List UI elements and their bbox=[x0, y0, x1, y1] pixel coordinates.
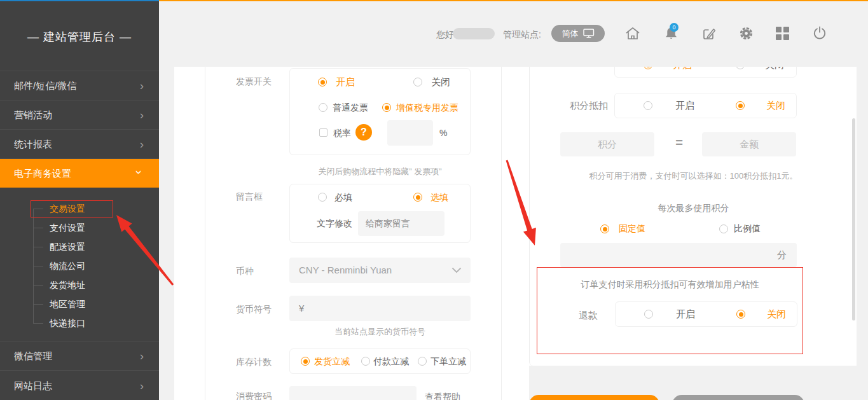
currency-symbol-input[interactable]: ¥ bbox=[289, 296, 471, 321]
coupon-label: 优惠券 bbox=[561, 67, 589, 68]
scrollbar-thumb[interactable] bbox=[852, 118, 855, 321]
fixed-value-radio[interactable] bbox=[600, 224, 609, 233]
ratio-value-radio[interactable] bbox=[719, 224, 728, 233]
points-input[interactable]: 积分 bbox=[560, 132, 654, 156]
cancel-button[interactable] bbox=[672, 395, 804, 400]
invoice-normal-radio[interactable] bbox=[319, 103, 327, 112]
sidebar-item-ecommerce-settings[interactable]: 电子商务设置 › bbox=[0, 158, 159, 188]
edit-icon[interactable] bbox=[702, 27, 716, 41]
amount-input[interactable]: 金额 bbox=[702, 132, 796, 156]
equals-sign: = bbox=[671, 135, 687, 150]
chevron-right-icon: › bbox=[140, 100, 144, 129]
message-optional-option[interactable]: 选填 bbox=[431, 192, 448, 203]
ratio-value-option[interactable]: 比例值 bbox=[734, 223, 761, 235]
power-icon[interactable] bbox=[812, 25, 827, 41]
tax-rate-label: 税率 bbox=[333, 128, 351, 139]
currency-symbol-help: 当前站点显示的货币符号 bbox=[289, 326, 471, 338]
refund-on-option[interactable]: 开启 bbox=[676, 308, 695, 321]
username-redacted bbox=[453, 28, 495, 39]
annotation-box-trade-settings bbox=[31, 200, 113, 217]
sidebar-item-marketing[interactable]: 营销活动 › bbox=[0, 100, 159, 128]
stock-ship-radio[interactable] bbox=[301, 357, 310, 366]
app-window: — 建站管理后台 — 邮件/短信/微信 › 营销活动 › 统计报表 › 电子商务… bbox=[0, 0, 868, 400]
points-deduct-label: 积分抵扣 bbox=[570, 100, 608, 112]
invoice-help-text: 关闭后购物流程中将隐藏” 发票项” bbox=[289, 166, 471, 177]
tax-rate-checkbox[interactable] bbox=[319, 128, 327, 137]
coupon-on-radio[interactable] bbox=[644, 67, 652, 69]
refund-off-radio[interactable] bbox=[736, 310, 745, 319]
refund-group: 开启 关闭 bbox=[615, 301, 797, 327]
deduct-off-option[interactable]: 关闭 bbox=[766, 100, 785, 112]
sidebar-sub-shipping-address[interactable]: 发货地址 bbox=[0, 275, 159, 294]
save-button[interactable] bbox=[529, 395, 659, 400]
view-help-link[interactable]: 查看帮助 bbox=[425, 392, 460, 400]
points-settings-card: 优惠券 开启 关闭 积分抵扣 开启 关闭 积分 = 金额 积分可用于消费，支付时… bbox=[529, 67, 857, 366]
deduct-on-radio[interactable] bbox=[644, 101, 652, 110]
invoice-normal-option[interactable]: 普通发票 bbox=[333, 102, 368, 114]
refund-label: 退款 bbox=[579, 310, 598, 322]
deduct-on-option[interactable]: 开启 bbox=[675, 100, 694, 112]
column-divider bbox=[501, 67, 502, 400]
sidebar-sub-delivery-settings[interactable]: 配送设置 bbox=[0, 237, 159, 256]
stock-count-group: 发货立减 付款立减 下单立减 bbox=[289, 348, 471, 374]
gear-icon[interactable] bbox=[739, 26, 754, 41]
stock-order-radio[interactable] bbox=[418, 357, 427, 366]
pay-password-label: 消费密码 bbox=[236, 391, 272, 400]
sidebar-item-site-log[interactable]: 网站日志 › bbox=[0, 370, 159, 400]
stock-order-option[interactable]: 下单立减 bbox=[431, 356, 466, 368]
coupon-group: 开启 关闭 bbox=[614, 67, 797, 78]
monitor-icon bbox=[583, 29, 595, 38]
currency-label: 币种 bbox=[236, 266, 254, 277]
currency-symbol-label: 货币符号 bbox=[236, 304, 272, 315]
message-optional-radio[interactable] bbox=[413, 193, 422, 202]
language-site-button[interactable]: 简体 bbox=[551, 25, 605, 42]
message-required-option[interactable]: 必填 bbox=[334, 192, 352, 203]
sidebar-item-mail-sms-wechat[interactable]: 邮件/短信/微信 › bbox=[0, 71, 159, 99]
invoice-vat-radio[interactable] bbox=[382, 103, 391, 112]
top-strip-orange bbox=[159, 0, 868, 1]
points-help-text: 积分可用于消费，支付时可以选择如：100积分抵扣1元。 bbox=[530, 170, 857, 182]
invoice-on-option[interactable]: 开启 bbox=[336, 76, 355, 88]
chevron-right-icon: › bbox=[140, 71, 144, 100]
pay-password-input[interactable] bbox=[289, 386, 417, 400]
chevron-right-icon: › bbox=[140, 371, 144, 400]
invoice-on-radio[interactable] bbox=[318, 78, 327, 86]
tax-rate-input[interactable] bbox=[387, 120, 433, 146]
stock-ship-option[interactable]: 发货立减 bbox=[314, 356, 350, 368]
sidebar-sub-express-interface[interactable]: 快递接口 bbox=[0, 314, 159, 333]
coupon-off-radio[interactable] bbox=[736, 67, 745, 69]
home-icon[interactable] bbox=[625, 26, 640, 41]
points-deduct-group: 开启 关闭 bbox=[614, 93, 797, 118]
invoice-off-radio[interactable] bbox=[413, 78, 422, 86]
chevron-down-icon bbox=[451, 267, 462, 273]
coupon-off-option[interactable]: 关闭 bbox=[765, 67, 784, 71]
message-required-radio[interactable] bbox=[318, 193, 327, 202]
sidebar-sub-region-management[interactable]: 地区管理 bbox=[0, 294, 159, 314]
refund-note-text: 订单支付时采用积分抵扣可有效增加用户粘性 bbox=[537, 279, 803, 291]
invoice-vat-option[interactable]: 增值税专用发票 bbox=[396, 102, 458, 114]
help-question-icon[interactable]: ? bbox=[355, 124, 372, 141]
max-points-title: 每次最多使用积分 bbox=[530, 203, 857, 214]
refund-on-radio[interactable] bbox=[644, 310, 653, 319]
refund-off-option[interactable]: 关闭 bbox=[767, 308, 786, 321]
max-points-input[interactable]: 分 bbox=[560, 243, 797, 267]
deduct-off-radio[interactable] bbox=[736, 101, 745, 110]
text-edit-label: 文字修改 bbox=[317, 218, 352, 230]
sidebar-sub-payment-settings[interactable]: 支付设置 bbox=[0, 218, 159, 237]
apps-grid-icon[interactable] bbox=[776, 27, 789, 40]
sidebar-item-wechat-management[interactable]: 微信管理 › bbox=[0, 341, 159, 369]
sidebar-item-statistics[interactable]: 统计报表 › bbox=[0, 129, 159, 158]
stock-pay-radio[interactable] bbox=[361, 357, 370, 366]
fixed-value-option[interactable]: 固定值 bbox=[619, 223, 645, 235]
message-box-label: 留言框 bbox=[236, 191, 263, 203]
sidebar-sub-logistics-company[interactable]: 物流公司 bbox=[0, 256, 159, 275]
invoice-switch-group: 开启 关闭 普通发票 增值税专用发票 税率 ? % bbox=[289, 68, 471, 155]
manage-site-label: 管理站点: bbox=[503, 29, 541, 41]
coupon-on-option[interactable]: 开启 bbox=[673, 67, 692, 71]
stock-pay-option[interactable]: 付款立减 bbox=[373, 356, 409, 368]
currency-select[interactable]: CNY - Renminbi Yuan bbox=[289, 258, 471, 283]
message-text-input[interactable]: 给商家留言 bbox=[358, 211, 444, 236]
panel-divider bbox=[205, 67, 205, 400]
percent-label: % bbox=[439, 128, 447, 138]
invoice-off-option[interactable]: 关闭 bbox=[431, 76, 450, 88]
